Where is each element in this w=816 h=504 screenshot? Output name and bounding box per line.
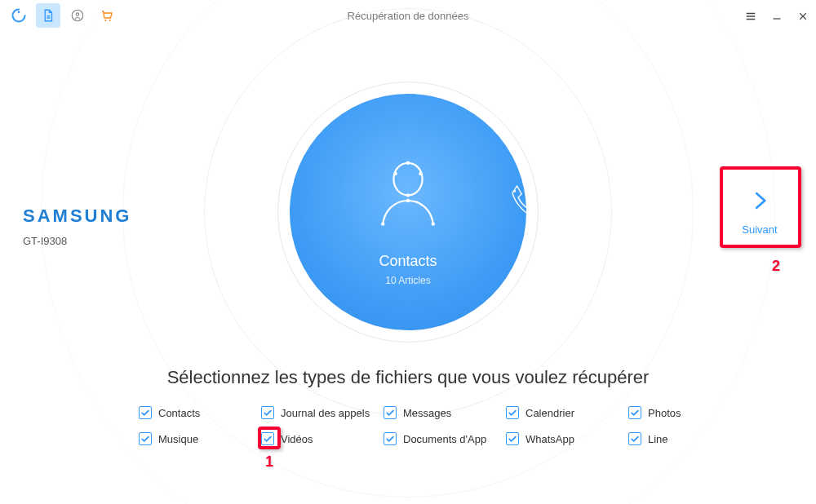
type-label: Messages [403,407,451,419]
checkbox[interactable] [628,432,641,445]
type-label: Calendrier [526,407,574,419]
call-log-icon [495,179,526,236]
type-item[interactable]: WhatsApp [506,432,628,445]
type-label: WhatsApp [526,433,574,445]
type-label: Vidéos [281,433,313,445]
next-button[interactable]: Suivant [723,181,796,236]
type-item[interactable]: Photos [628,406,751,419]
type-label: Journal des appels [281,407,370,419]
data-recovery-tab-icon[interactable] [36,3,60,28]
lock-removal-tab-icon[interactable] [65,3,90,28]
svg-point-10 [432,222,435,225]
category-subtitle: 10 Articles [385,275,430,286]
minimize-icon[interactable] [770,10,783,23]
type-label: Musique [158,433,198,445]
checkbox[interactable] [384,432,397,445]
device-brand: SAMSUNG [23,206,131,227]
checkbox[interactable] [261,432,274,445]
category-title: Contacts [379,253,437,270]
window-title: Récupération de données [0,0,816,33]
annotation-number-1: 1 [265,453,273,471]
checkbox[interactable] [139,406,152,419]
annotation-number-2: 2 [772,258,780,275]
svg-point-3 [104,20,106,21]
chevron-right-icon [723,181,796,220]
category-dial[interactable]: Contacts 10 Articles [290,94,526,330]
checkbox[interactable] [384,406,397,419]
phonerescue-logo-icon[interactable] [7,3,31,28]
type-label: Line [648,433,668,445]
instruction-heading: Sélectionnez les types de fichiers que v… [0,367,816,388]
type-item[interactable]: Vidéos [261,432,384,445]
menu-icon[interactable] [744,10,757,23]
svg-point-9 [381,222,384,225]
svg-point-5 [406,161,410,164]
type-item[interactable]: Line [628,432,751,445]
checkbox[interactable] [261,406,274,419]
shopping-cart-icon[interactable] [95,3,119,28]
type-item[interactable]: Calendrier [506,406,628,419]
checkbox[interactable] [506,432,519,445]
type-item[interactable]: Contacts [139,406,261,419]
type-item[interactable]: Musique [139,432,261,445]
next-label: Suivant [742,223,777,236]
svg-point-2 [76,13,78,15]
svg-point-8 [406,193,410,197]
close-icon[interactable] [796,10,809,23]
svg-point-6 [393,171,397,175]
checkbox[interactable] [139,432,152,445]
type-item[interactable]: Journal des appels [261,406,384,419]
device-model: GT-I9308 [23,235,131,247]
svg-point-0 [18,11,20,14]
svg-point-7 [419,171,422,175]
type-label: Contacts [158,407,200,419]
type-label: Photos [648,407,681,419]
svg-point-12 [513,190,516,192]
type-label: Documents d'App [403,433,486,445]
svg-point-11 [406,198,410,201]
svg-point-4 [109,20,111,21]
contacts-icon [363,147,453,237]
checkbox[interactable] [506,406,519,419]
type-item[interactable]: Messages [384,406,506,419]
type-item[interactable]: Documents d'App [384,432,506,445]
checkbox[interactable] [628,406,641,419]
